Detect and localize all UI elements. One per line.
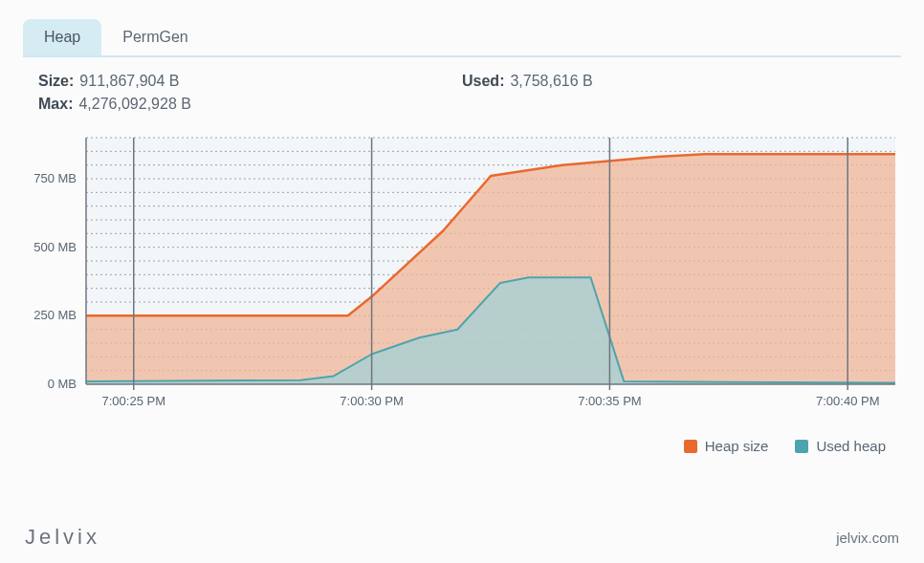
swatch-used-icon [795,440,808,453]
brand-site: jelvix.com [836,530,899,546]
stat-used: Used: 3,758,616 B [462,73,886,90]
stat-max-label: Max: [38,96,73,113]
tab-permgen[interactable]: PermGen [101,19,209,55]
heap-chart: 7:00:25 PM7:00:30 PM7:00:35 PM7:00:40 PM… [23,132,901,419]
legend: Heap size Used heap [0,419,924,454]
y-tick-label: 750 MB [33,171,77,185]
x-tick-label: 7:00:35 PM [578,394,642,408]
y-tick-label: 0 MB [48,377,77,391]
stat-max-value: 4,276,092,928 B [78,96,190,113]
footer: Jelvix jelvix.com [0,525,924,550]
tabs: Heap PermGen [23,19,901,57]
tab-heap[interactable]: Heap [23,19,101,55]
tabs-container: Heap PermGen [0,0,924,57]
stat-used-value: 3,758,616 B [510,73,592,90]
app-frame: Heap PermGen Size: 911,867,904 B Used: 3… [0,0,924,563]
y-tick-label: 500 MB [33,240,77,254]
chart-area: 7:00:25 PM7:00:30 PM7:00:35 PM7:00:40 PM… [0,120,924,419]
stat-size: Size: 911,867,904 B [38,73,462,90]
brand-logo: Jelvix [25,525,100,550]
swatch-heap-icon [684,440,697,453]
stat-size-value: 911,867,904 B [79,73,179,90]
legend-used-heap: Used heap [795,438,886,454]
stat-max: Max: 4,276,092,928 B [38,96,462,113]
stat-used-label: Used: [462,73,504,90]
y-tick-label: 250 MB [33,308,77,322]
stats-block: Size: 911,867,904 B Used: 3,758,616 B Ma… [0,57,924,120]
x-tick-label: 7:00:30 PM [340,394,404,408]
legend-heap-label: Heap size [705,438,769,454]
legend-used-label: Used heap [816,438,886,454]
legend-heap-size: Heap size [684,438,769,454]
x-tick-label: 7:00:40 PM [816,394,880,408]
stat-size-label: Size: [38,73,74,90]
x-tick-label: 7:00:25 PM [102,394,166,408]
